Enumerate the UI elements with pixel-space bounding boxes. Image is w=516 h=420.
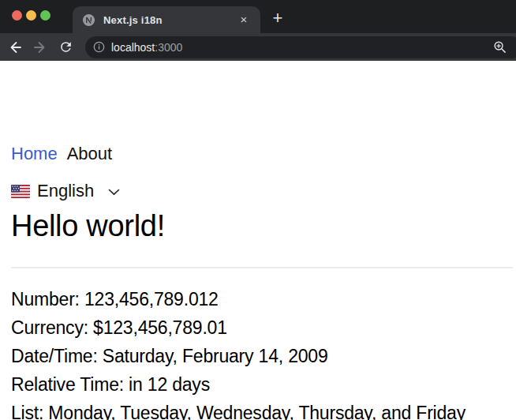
us-flag-icon [11,185,30,198]
browser-tab-bar: Next.js i18n × + [0,0,516,33]
zoom-in-magnifier-icon[interactable] [493,40,507,54]
tab-close-icon[interactable]: × [237,13,251,27]
site-navigation: Home About [11,143,112,165]
window-zoom-button[interactable] [40,10,50,21]
new-tab-button[interactable]: + [269,9,286,27]
reload-icon [58,39,73,54]
tab-title: Next.js i18n [103,14,230,26]
datetime-line: Date/Time: Saturday, February 14, 2009 [11,347,508,366]
nav-link-home[interactable]: Home [11,143,58,165]
url-port: :3000 [155,41,182,54]
browser-tab[interactable]: Next.js i18n × [73,6,260,33]
formatted-values-list: Number: 123,456,789.012 Currency: $123,4… [11,290,508,420]
url-host: localhost [111,41,155,54]
forward-button[interactable] [32,39,48,55]
number-line: Number: 123,456,789.012 [11,290,508,309]
nextjs-favicon-icon [82,13,95,27]
browser-toolbar: localhost:3000 [0,33,516,61]
window-controls [12,10,50,21]
forward-arrow-icon [32,39,48,55]
page-title: Hello world! [11,208,165,244]
site-info-icon[interactable] [93,41,105,53]
back-button[interactable] [7,39,23,55]
window-close-button[interactable] [12,10,22,21]
chevron-down-icon [108,189,120,196]
divider [11,267,513,268]
reload-button[interactable] [58,39,73,55]
language-selector[interactable]: English [11,179,120,203]
back-arrow-icon [7,39,23,55]
nav-link-about[interactable]: About [67,143,113,165]
url-text: localhost:3000 [111,41,182,54]
page-content: Home About English Hello world! Number: … [0,61,516,420]
window-minimize-button[interactable] [26,10,36,21]
address-bar[interactable]: localhost:3000 [85,36,516,58]
relative-time-line: Relative Time: in 12 days [11,375,508,395]
language-label: English [37,179,94,203]
list-line: List: Monday, Tuesday, Wednesday, Thursd… [11,403,508,420]
currency-line: Currency: $123,456,789.01 [11,318,508,338]
